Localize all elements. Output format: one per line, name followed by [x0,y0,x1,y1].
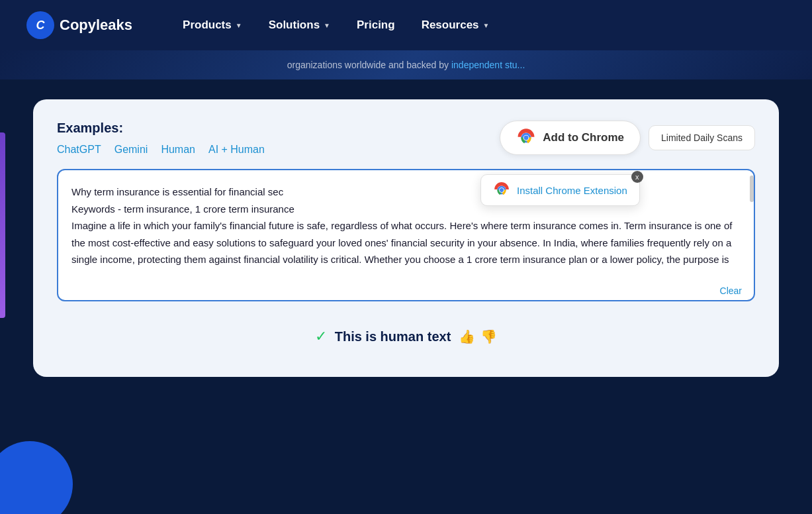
check-icon: ✓ [315,328,327,345]
nav-item-solutions[interactable]: Solutions ▼ [258,13,341,37]
examples-left: Examples: ChatGPT Gemini Human AI + Huma… [57,121,265,156]
chevron-down-icon: ▼ [236,22,242,29]
navbar: C Copyleaks Products ▼ Solutions ▼ Prici… [0,0,812,50]
action-buttons: Add to Chrome Limited Daily Scans [500,121,755,155]
example-tab-gemini[interactable]: Gemini [114,144,148,156]
example-tabs: ChatGPT Gemini Human AI + Human [57,144,265,156]
chrome-extension-tooltip: x Install Chrome Extension [480,174,640,206]
svg-point-2 [524,136,529,140]
decorative-left-bar [0,132,5,318]
tooltip-close-button[interactable]: x [631,171,643,183]
result-text: This is human text [335,329,451,344]
main-textarea[interactable]: Why term insurance is essential for fina… [57,169,755,301]
limited-scans-label: Limited Daily Scans [661,132,743,143]
examples-heading: Examples: [57,121,265,136]
chevron-down-icon: ▼ [324,22,330,29]
banner-strip: organizations worldwide and backed by in… [0,50,812,79]
result-section: ✓ This is human text 👍 👎 [57,317,755,356]
main-content: Examples: ChatGPT Gemini Human AI + Huma… [0,79,812,397]
banner-link[interactable]: independent stu... [451,60,525,70]
svg-point-5 [500,188,504,192]
feedback-icons: 👍 👎 [459,329,497,344]
chrome-icon [516,128,536,148]
banner-text: organizations worldwide and backed by in… [287,60,525,70]
logo[interactable]: C Copyleaks [26,11,132,39]
limited-scans-button[interactable]: Limited Daily Scans [649,125,755,150]
example-tab-human[interactable]: Human [161,144,195,156]
nav-items: Products ▼ Solutions ▼ Pricing Resources… [172,13,786,37]
add-to-chrome-label: Add to Chrome [543,131,624,144]
scrollbar-thumb[interactable] [750,176,754,202]
chevron-down-icon: ▼ [483,22,490,29]
clear-link[interactable]: Clear [720,285,742,296]
decorative-bottom-circle [0,441,73,514]
chrome-extension-icon [493,181,510,199]
thumbs-up-icon[interactable]: 👍 [459,329,475,344]
tooltip-label[interactable]: Install Chrome Extension [517,185,627,196]
nav-item-resources[interactable]: Resources ▼ [411,13,500,37]
example-tab-chatgpt[interactable]: ChatGPT [57,144,101,156]
textarea-container: Why term insurance is essential for fina… [57,169,755,304]
example-tab-ai-human[interactable]: AI + Human [208,144,265,156]
logo-icon: C [26,11,54,39]
thumbs-down-icon[interactable]: 👎 [480,329,497,344]
examples-header: Examples: ChatGPT Gemini Human AI + Huma… [57,121,755,156]
add-to-chrome-button[interactable]: Add to Chrome [500,121,641,155]
nav-item-products[interactable]: Products ▼ [172,13,253,37]
nav-item-pricing[interactable]: Pricing [346,13,406,37]
main-card: Examples: ChatGPT Gemini Human AI + Huma… [33,99,779,377]
logo-text: Copyleaks [60,17,132,34]
